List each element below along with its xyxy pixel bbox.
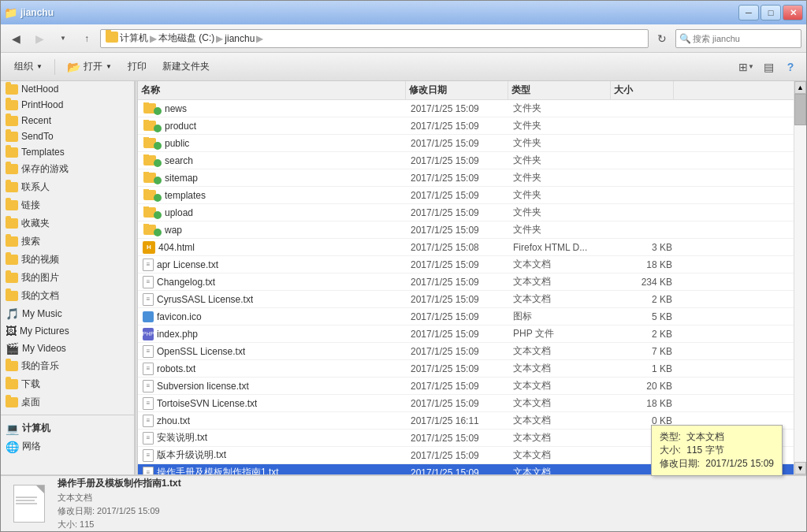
column-size-header[interactable]: 大小 xyxy=(611,81,674,99)
sidebar-label: 下载 xyxy=(21,378,40,391)
file-row[interactable]: upload 2017/1/25 15:09 文件夹 xyxy=(138,204,794,221)
views-button[interactable]: ⊞ ▼ xyxy=(737,58,756,76)
sidebar-item-search[interactable]: 搜索 xyxy=(1,233,134,251)
scroll-track[interactable] xyxy=(794,94,806,462)
sidebar-item-downloads[interactable]: 下载 xyxy=(1,375,134,393)
folder-icon xyxy=(6,132,18,142)
sidebar-item-contacts[interactable]: 联系人 xyxy=(1,178,134,196)
back-button[interactable]: ◀ xyxy=(6,29,26,48)
refresh-button[interactable]: ↻ xyxy=(652,29,672,48)
scrollbar[interactable]: ▲ ▼ xyxy=(794,81,806,474)
file-row[interactable]: ≡ Subversion license.txt 2017/1/25 15:09… xyxy=(138,378,794,395)
file-name-cell: ≡ 版本升级说明.txt xyxy=(139,448,407,462)
title-bar: 📁 jianchu ─ □ ✕ xyxy=(1,1,806,24)
file-row[interactable]: sitemap 2017/1/25 15:09 文件夹 xyxy=(138,169,794,187)
tooltip-type-label: 类型: xyxy=(660,431,681,442)
sidebar-item-mypictures[interactable]: 我的图片 xyxy=(1,269,134,287)
file-icon-group xyxy=(143,224,162,236)
file-row[interactable]: wap 2017/1/25 15:09 文件夹 xyxy=(138,221,794,239)
preview-info: 操作手册及模板制作指南1.txt 文本文档 修改日期: 2017/1/25 15… xyxy=(58,477,797,530)
file-row[interactable]: ≡ apr License.txt 2017/1/25 15:09 文本文档 1… xyxy=(138,256,794,273)
file-name-cell: ≡ Changelog.txt xyxy=(139,276,407,288)
scroll-down-button[interactable]: ▼ xyxy=(794,462,806,474)
sidebar-item-favorites[interactable]: 收藏夹 xyxy=(1,214,134,233)
sidebar-item-recent[interactable]: Recent xyxy=(1,113,134,128)
file-type-cell: PHP 文件 xyxy=(510,327,612,340)
sidebar-item-mydocs[interactable]: 我的文档 xyxy=(1,287,134,305)
file-name: 安装说明.txt xyxy=(157,431,207,445)
sidebar-label: My Pictures xyxy=(20,326,69,337)
folder-icon xyxy=(6,147,18,158)
sidebar-item-network[interactable]: 🌐 网络 xyxy=(1,437,134,456)
sidebar-item-mypictures2[interactable]: 🖼 My Pictures xyxy=(1,322,134,340)
file-row[interactable]: product 2017/1/25 15:09 文件夹 xyxy=(138,117,794,135)
preview-pane-button[interactable]: ▤ xyxy=(759,58,778,76)
file-row[interactable]: search 2017/1/25 15:09 文件夹 xyxy=(138,152,794,169)
file-icon-group xyxy=(143,172,162,184)
column-type-header[interactable]: 类型 xyxy=(508,81,611,99)
forward-button[interactable]: ▶ xyxy=(29,29,50,48)
breadcrumb-folder: jianchu xyxy=(225,33,255,44)
folder-icon xyxy=(6,84,18,95)
file-row[interactable]: public 2017/1/25 15:09 文件夹 xyxy=(138,135,794,152)
file-name-cell: ≡ Subversion license.txt xyxy=(139,380,407,392)
maximize-button[interactable]: □ xyxy=(761,5,781,20)
column-name-header[interactable]: 名称 xyxy=(138,81,406,99)
file-name-cell: favicon.ico xyxy=(139,311,407,322)
sidebar-item-nethood[interactable]: NetHood xyxy=(1,81,134,97)
print-button[interactable]: 打印 xyxy=(121,57,154,77)
search-input[interactable] xyxy=(693,34,798,43)
sidebar-item-sendto[interactable]: SendTo xyxy=(1,128,134,144)
sidebar-item-mymusic2[interactable]: 我的音乐 xyxy=(1,357,134,375)
file-row[interactable]: ≡ CyrusSASL License.txt 2017/1/25 15:09 … xyxy=(138,291,794,308)
file-row[interactable]: PHP index.php 2017/1/25 15:09 PHP 文件 2 K… xyxy=(138,326,794,343)
file-name: index.php xyxy=(157,329,198,340)
scroll-thumb[interactable] xyxy=(794,94,806,125)
organize-button[interactable]: 组织 ▼ xyxy=(7,57,50,77)
recent-locations-button[interactable]: ▼ xyxy=(53,29,73,48)
sidebar-label: 我的视频 xyxy=(21,253,59,266)
sidebar-item-desktop[interactable]: 桌面 xyxy=(1,393,134,411)
sidebar-item-myvideos[interactable]: 我的视频 xyxy=(1,251,134,269)
file-row[interactable]: ≡ TortoiseSVN License.txt 2017/1/25 15:0… xyxy=(138,395,794,412)
column-date-header[interactable]: 修改日期 xyxy=(406,81,508,99)
file-name-cell: ≡ zhou.txt xyxy=(139,415,407,427)
address-bar[interactable]: 计算机 ▶ 本地磁盘 (C:) ▶ jianchu ▶ xyxy=(100,29,649,48)
minimize-button[interactable]: ─ xyxy=(738,5,759,20)
file-type-cell: 文本文档 xyxy=(510,362,612,375)
sidebar-item-savedgames[interactable]: 保存的游戏 xyxy=(1,160,134,178)
file-size-cell: 18 KB xyxy=(612,259,675,270)
file-date-cell: 2017/1/25 15:09 xyxy=(407,381,510,392)
sidebar-item-templates[interactable]: Templates xyxy=(1,144,134,160)
tooltip-date-row: 修改日期: 2017/1/25 15:09 xyxy=(660,457,774,471)
scroll-up-button[interactable]: ▲ xyxy=(794,81,806,94)
sidebar-item-myvideos2[interactable]: 🎬 My Videos xyxy=(1,340,134,357)
open-button[interactable]: 📂 打开 ▼ xyxy=(60,57,119,77)
navigation-bar: ◀ ▶ ▼ ↑ 计算机 ▶ 本地磁盘 (C:) ▶ jianchu ▶ ↻ xyxy=(1,24,806,53)
sidebar-label: 网络 xyxy=(22,440,41,453)
file-row[interactable]: news 2017/1/25 15:09 文件夹 xyxy=(138,100,794,117)
search-box[interactable]: 🔍 xyxy=(675,29,801,48)
php-icon: PHP xyxy=(143,328,154,340)
file-row[interactable]: ≡ Changelog.txt 2017/1/25 15:09 文本文档 234… xyxy=(138,273,794,291)
file-row[interactable]: H 404.html 2017/1/25 15:08 Firefox HTML … xyxy=(138,239,794,256)
file-row[interactable]: ≡ robots.txt 2017/1/25 15:09 文本文档 1 KB xyxy=(138,360,794,378)
file-row[interactable]: ≡ OpenSSL License.txt 2017/1/25 15:09 文本… xyxy=(138,343,794,360)
sidebar-item-computer[interactable]: 💻 计算机 xyxy=(1,419,134,437)
file-name-cell: H 404.html xyxy=(139,241,407,254)
up-button[interactable]: ↑ xyxy=(76,29,97,48)
sidebar-item-mymusic[interactable]: 🎵 My Music xyxy=(1,305,134,322)
sidebar-label: 链接 xyxy=(21,199,40,212)
file-list: news 2017/1/25 15:09 文件夹 product 2017/1/… xyxy=(138,100,794,474)
file-row[interactable]: templates 2017/1/25 15:09 文件夹 xyxy=(138,187,794,204)
sidebar-item-printhood[interactable]: PrintHood xyxy=(1,97,134,113)
sidebar-label: 搜索 xyxy=(21,235,40,248)
file-row[interactable]: favicon.ico 2017/1/25 15:09 图标 5 KB xyxy=(138,308,794,326)
new-folder-button[interactable]: 新建文件夹 xyxy=(155,57,217,77)
help-button[interactable]: ? xyxy=(781,58,800,76)
sidebar-item-links[interactable]: 链接 xyxy=(1,196,134,214)
close-button[interactable]: ✕ xyxy=(783,5,803,20)
file-name: CyrusSASL License.txt xyxy=(157,294,253,305)
file-name-cell: ≡ OpenSSL License.txt xyxy=(139,345,407,358)
tooltip: 类型: 文本文档 大小: 115 字节 修改日期: 2017/1/25 15:0… xyxy=(651,425,783,476)
